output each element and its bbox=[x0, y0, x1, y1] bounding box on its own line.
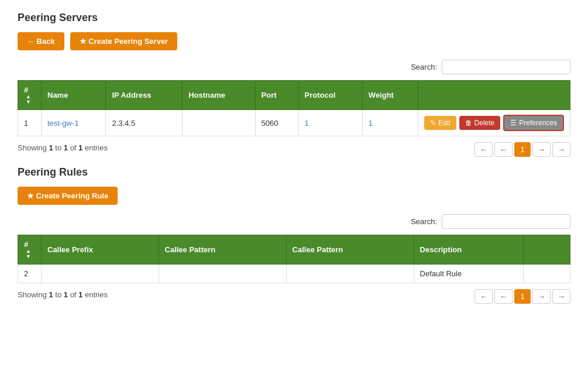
page-first-1[interactable]: ← bbox=[474, 142, 493, 157]
page-current-1[interactable]: 1 bbox=[514, 142, 531, 157]
col-port: Port bbox=[255, 81, 298, 110]
col-callee-pattern-2: Callee Pattern bbox=[286, 235, 414, 265]
col-name: Name bbox=[42, 81, 106, 110]
edit-button[interactable]: ✎ Edit bbox=[424, 116, 456, 130]
edit-icon: ✎ bbox=[430, 119, 436, 127]
row-name-link[interactable]: test-gw-1 bbox=[47, 119, 78, 128]
create-peering-rule-button[interactable]: ★ Create Peering Rule bbox=[18, 187, 118, 205]
search-input-2[interactable] bbox=[442, 214, 570, 229]
rule-row-id: 2 bbox=[18, 265, 42, 283]
row-actions: ✎ Edit 🗑 Delete ☰ Preferences bbox=[418, 110, 570, 136]
col-description: Description bbox=[414, 235, 523, 265]
peering-rules-table: # ▲▼ Callee Prefix Callee Pattern Callee… bbox=[18, 235, 570, 283]
col-weight: Weight bbox=[362, 81, 418, 110]
row-id: 1 bbox=[18, 110, 42, 136]
table-row: 1 test-gw-1 2.3.4.5 5060 1 1 ✎ Edit 🗑 De… bbox=[18, 110, 570, 136]
pagination-2: ← ← 1 → → bbox=[474, 289, 570, 304]
row-hostname bbox=[183, 110, 255, 136]
col-callee-prefix: Callee Prefix bbox=[42, 235, 159, 265]
rule-actions bbox=[524, 265, 570, 283]
row-protocol: 1 bbox=[298, 110, 362, 136]
back-button[interactable]: ← Back bbox=[18, 32, 64, 50]
showing-text-2: Showing 1 to 1 of 1 entries bbox=[18, 290, 108, 299]
rule-callee-prefix bbox=[42, 265, 159, 283]
delete-icon: 🗑 bbox=[465, 119, 472, 127]
page-prev-2[interactable]: ← bbox=[494, 289, 513, 304]
peering-servers-toolbar: ← Back ★ Create Peering Server bbox=[18, 32, 570, 50]
col-ip: IP Address bbox=[106, 81, 183, 110]
page-last-2[interactable]: → bbox=[552, 289, 570, 304]
col-protocol: Protocol bbox=[298, 81, 362, 110]
col-callee-pattern-1: Callee Pattern bbox=[159, 235, 286, 265]
rule-callee-pattern-1 bbox=[159, 265, 286, 283]
preferences-label: Preferences bbox=[519, 119, 557, 127]
action-buttons: ✎ Edit 🗑 Delete ☰ Preferences bbox=[424, 115, 564, 131]
row-name: test-gw-1 bbox=[42, 110, 106, 136]
rule-description: Default Rule bbox=[414, 265, 523, 283]
page-current-2[interactable]: 1 bbox=[514, 289, 531, 304]
search-label-1: Search: bbox=[411, 63, 437, 71]
row-port: 5060 bbox=[255, 110, 298, 136]
peering-servers-search-bar: Search: bbox=[18, 60, 570, 74]
edit-label: Edit bbox=[438, 119, 451, 127]
table-row: 2 Default Rule bbox=[18, 265, 570, 283]
showing-text-1: Showing 1 to 1 of 1 entries bbox=[18, 143, 108, 152]
page-prev-1[interactable]: ← bbox=[494, 142, 513, 157]
col-num: # ▲▼ bbox=[18, 81, 42, 110]
create-peering-server-button[interactable]: ★ Create Peering Server bbox=[70, 32, 177, 50]
preferences-icon: ☰ bbox=[510, 119, 517, 127]
search-input-1[interactable] bbox=[442, 60, 570, 74]
row-protocol-link[interactable]: 1 bbox=[305, 119, 309, 128]
col-rule-actions bbox=[524, 235, 570, 265]
row-ip: 2.3.4.5 bbox=[106, 110, 183, 136]
col-rule-num: # ▲▼ bbox=[18, 235, 42, 265]
delete-button[interactable]: 🗑 Delete bbox=[459, 116, 501, 130]
search-label-2: Search: bbox=[411, 217, 437, 226]
preferences-button[interactable]: ☰ Preferences bbox=[503, 115, 564, 131]
rule-callee-pattern-2 bbox=[286, 265, 414, 283]
peering-rules-table-header: # ▲▼ Callee Prefix Callee Pattern Callee… bbox=[18, 235, 570, 265]
sort-arrows-num: ▲▼ bbox=[26, 94, 31, 105]
row-weight: 1 bbox=[362, 110, 418, 136]
peering-servers-table-header: # ▲▼ Name IP Address Hostname Port Proto… bbox=[18, 81, 570, 110]
col-actions bbox=[418, 81, 570, 110]
delete-label: Delete bbox=[474, 119, 495, 127]
peering-servers-title: Peering Servers bbox=[18, 12, 570, 24]
pagination-1: ← ← 1 → → bbox=[474, 142, 570, 157]
page-last-1[interactable]: → bbox=[552, 142, 570, 157]
row-weight-link[interactable]: 1 bbox=[369, 119, 373, 128]
page-first-2[interactable]: ← bbox=[474, 289, 493, 304]
peering-rules-search-bar: Search: bbox=[18, 214, 570, 229]
peering-rules-toolbar: ★ Create Peering Rule bbox=[18, 187, 570, 205]
peering-rules-title: Peering Rules bbox=[18, 166, 570, 179]
page-next-2[interactable]: → bbox=[532, 289, 551, 304]
sort-arrows-rule: ▲▼ bbox=[26, 249, 31, 259]
page-next-1[interactable]: → bbox=[532, 142, 551, 157]
peering-servers-table: # ▲▼ Name IP Address Hostname Port Proto… bbox=[18, 80, 570, 136]
col-hostname: Hostname bbox=[183, 81, 255, 110]
